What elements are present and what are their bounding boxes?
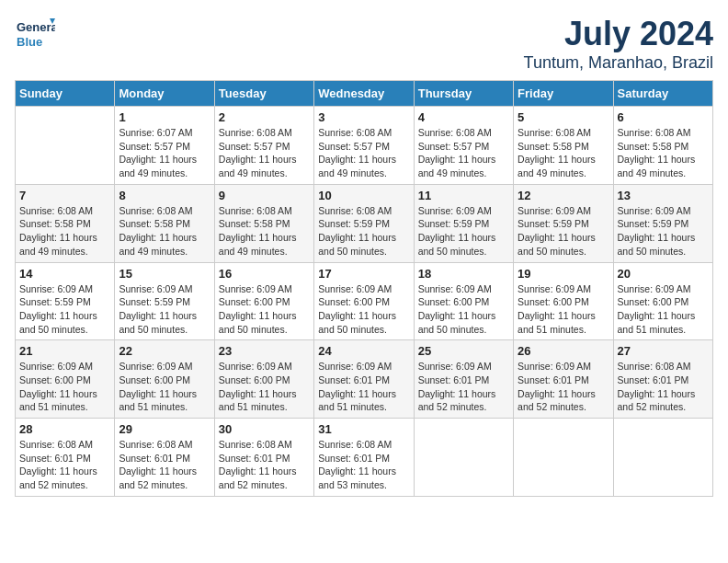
calendar-day-cell: 9Sunrise: 6:08 AM Sunset: 5:58 PM Daylig… <box>214 184 313 262</box>
day-number: 14 <box>19 267 110 281</box>
calendar-day-header: Friday <box>514 81 613 107</box>
day-number: 18 <box>418 267 509 281</box>
day-number: 25 <box>418 344 509 358</box>
calendar-day-cell: 11Sunrise: 6:09 AM Sunset: 5:59 PM Dayli… <box>414 184 513 262</box>
day-number: 29 <box>119 422 210 436</box>
day-info: Sunrise: 6:09 AM Sunset: 6:00 PM Dayligh… <box>318 282 409 337</box>
day-number: 11 <box>418 189 509 202</box>
day-info: Sunrise: 6:08 AM Sunset: 6:01 PM Dayligh… <box>618 360 709 414</box>
day-info: Sunrise: 6:08 AM Sunset: 5:58 PM Dayligh… <box>618 126 709 180</box>
day-number: 26 <box>518 344 609 358</box>
day-info: Sunrise: 6:09 AM Sunset: 5:59 PM Dayligh… <box>618 204 709 259</box>
calendar-day-cell: 22Sunrise: 6:09 AM Sunset: 6:00 PM Dayli… <box>115 340 214 419</box>
calendar-day-cell: 4Sunrise: 6:08 AM Sunset: 5:57 PM Daylig… <box>414 107 513 185</box>
calendar-day-cell: 29Sunrise: 6:08 AM Sunset: 6:01 PM Dayli… <box>115 419 214 497</box>
calendar-table: SundayMondayTuesdayWednesdayThursdayFrid… <box>15 80 713 497</box>
calendar-day-cell: 6Sunrise: 6:08 AM Sunset: 5:58 PM Daylig… <box>613 107 712 185</box>
calendar-day-header: Tuesday <box>214 81 313 107</box>
day-info: Sunrise: 6:09 AM Sunset: 6:00 PM Dayligh… <box>418 282 509 337</box>
calendar-day-header: Saturday <box>613 81 712 107</box>
calendar-day-header: Wednesday <box>314 81 414 107</box>
day-number: 20 <box>618 267 709 281</box>
day-info: Sunrise: 6:09 AM Sunset: 5:59 PM Dayligh… <box>19 282 110 337</box>
calendar-week-row: 28Sunrise: 6:08 AM Sunset: 6:01 PM Dayli… <box>16 419 713 497</box>
day-number: 28 <box>19 422 110 436</box>
calendar-day-cell: 14Sunrise: 6:09 AM Sunset: 5:59 PM Dayli… <box>16 262 115 340</box>
svg-text:General: General <box>17 20 55 34</box>
day-info: Sunrise: 6:09 AM Sunset: 6:00 PM Dayligh… <box>19 360 110 414</box>
day-info: Sunrise: 6:08 AM Sunset: 5:57 PM Dayligh… <box>418 126 509 180</box>
day-info: Sunrise: 6:08 AM Sunset: 5:58 PM Dayligh… <box>518 126 609 180</box>
calendar-week-row: 7Sunrise: 6:08 AM Sunset: 5:58 PM Daylig… <box>16 184 713 262</box>
day-number: 9 <box>219 189 310 202</box>
calendar-day-cell: 25Sunrise: 6:09 AM Sunset: 6:01 PM Dayli… <box>414 340 513 419</box>
day-number: 23 <box>219 344 310 358</box>
day-info: Sunrise: 6:08 AM Sunset: 5:58 PM Dayligh… <box>219 204 310 259</box>
logo-svg: General Blue <box>15 15 55 55</box>
day-info: Sunrise: 6:08 AM Sunset: 6:01 PM Dayligh… <box>318 438 409 492</box>
day-number: 13 <box>618 189 709 202</box>
day-number: 1 <box>119 110 210 124</box>
page-subtitle: Tuntum, Maranhao, Brazil <box>524 53 713 73</box>
calendar-header-row: SundayMondayTuesdayWednesdayThursdayFrid… <box>16 81 713 107</box>
calendar-day-cell <box>414 419 513 497</box>
calendar-day-cell: 12Sunrise: 6:09 AM Sunset: 5:59 PM Dayli… <box>514 184 613 262</box>
calendar-day-cell: 26Sunrise: 6:09 AM Sunset: 6:01 PM Dayli… <box>514 340 613 419</box>
day-info: Sunrise: 6:08 AM Sunset: 6:01 PM Dayligh… <box>19 438 110 492</box>
title-block: July 2024 Tuntum, Maranhao, Brazil <box>524 15 713 73</box>
day-number: 4 <box>418 110 509 124</box>
calendar-day-cell: 19Sunrise: 6:09 AM Sunset: 6:00 PM Dayli… <box>514 262 613 340</box>
calendar-week-row: 1Sunrise: 6:07 AM Sunset: 5:57 PM Daylig… <box>16 107 713 185</box>
calendar-day-cell <box>514 419 613 497</box>
day-info: Sunrise: 6:09 AM Sunset: 6:00 PM Dayligh… <box>618 282 709 337</box>
day-info: Sunrise: 6:08 AM Sunset: 5:59 PM Dayligh… <box>318 204 409 259</box>
page-header: General Blue July 2024 Tuntum, Maranhao,… <box>15 15 713 73</box>
day-info: Sunrise: 6:07 AM Sunset: 5:57 PM Dayligh… <box>119 126 210 180</box>
day-number: 19 <box>518 267 609 281</box>
day-info: Sunrise: 6:09 AM Sunset: 6:01 PM Dayligh… <box>418 360 509 414</box>
day-number: 2 <box>219 110 310 124</box>
day-info: Sunrise: 6:09 AM Sunset: 6:01 PM Dayligh… <box>318 360 409 414</box>
day-info: Sunrise: 6:09 AM Sunset: 5:59 PM Dayligh… <box>518 204 609 259</box>
calendar-day-cell: 15Sunrise: 6:09 AM Sunset: 5:59 PM Dayli… <box>115 262 214 340</box>
calendar-day-cell: 28Sunrise: 6:08 AM Sunset: 6:01 PM Dayli… <box>16 419 115 497</box>
day-info: Sunrise: 6:08 AM Sunset: 5:57 PM Dayligh… <box>219 126 310 180</box>
logo: General Blue <box>15 15 55 55</box>
day-number: 17 <box>318 267 409 281</box>
calendar-day-cell: 31Sunrise: 6:08 AM Sunset: 6:01 PM Dayli… <box>314 419 414 497</box>
calendar-day-cell: 20Sunrise: 6:09 AM Sunset: 6:00 PM Dayli… <box>613 262 712 340</box>
calendar-day-cell: 18Sunrise: 6:09 AM Sunset: 6:00 PM Dayli… <box>414 262 513 340</box>
day-number: 24 <box>318 344 409 358</box>
day-info: Sunrise: 6:09 AM Sunset: 6:00 PM Dayligh… <box>219 282 310 337</box>
calendar-day-cell <box>16 107 115 185</box>
calendar-day-cell: 27Sunrise: 6:08 AM Sunset: 6:01 PM Dayli… <box>613 340 712 419</box>
day-info: Sunrise: 6:09 AM Sunset: 6:01 PM Dayligh… <box>518 360 609 414</box>
calendar-day-cell: 8Sunrise: 6:08 AM Sunset: 5:58 PM Daylig… <box>115 184 214 262</box>
calendar-day-cell: 7Sunrise: 6:08 AM Sunset: 5:58 PM Daylig… <box>16 184 115 262</box>
day-number: 5 <box>518 110 609 124</box>
calendar-day-cell: 17Sunrise: 6:09 AM Sunset: 6:00 PM Dayli… <box>314 262 414 340</box>
day-number: 8 <box>119 189 210 202</box>
day-info: Sunrise: 6:08 AM Sunset: 6:01 PM Dayligh… <box>219 438 310 492</box>
day-number: 15 <box>119 267 210 281</box>
calendar-day-cell: 13Sunrise: 6:09 AM Sunset: 5:59 PM Dayli… <box>613 184 712 262</box>
day-number: 7 <box>19 189 110 202</box>
calendar-day-header: Monday <box>115 81 214 107</box>
day-number: 10 <box>318 189 409 202</box>
calendar-day-cell: 1Sunrise: 6:07 AM Sunset: 5:57 PM Daylig… <box>115 107 214 185</box>
day-info: Sunrise: 6:09 AM Sunset: 6:00 PM Dayligh… <box>518 282 609 337</box>
day-number: 31 <box>318 422 409 436</box>
day-info: Sunrise: 6:09 AM Sunset: 6:00 PM Dayligh… <box>119 360 210 414</box>
day-number: 30 <box>219 422 310 436</box>
calendar-day-header: Sunday <box>16 81 115 107</box>
day-number: 22 <box>119 344 210 358</box>
calendar-day-cell: 23Sunrise: 6:09 AM Sunset: 6:00 PM Dayli… <box>214 340 313 419</box>
day-number: 16 <box>219 267 310 281</box>
calendar-day-cell: 21Sunrise: 6:09 AM Sunset: 6:00 PM Dayli… <box>16 340 115 419</box>
svg-text:Blue: Blue <box>17 35 42 49</box>
calendar-day-header: Thursday <box>414 81 513 107</box>
day-info: Sunrise: 6:09 AM Sunset: 5:59 PM Dayligh… <box>418 204 509 259</box>
day-info: Sunrise: 6:09 AM Sunset: 5:59 PM Dayligh… <box>119 282 210 337</box>
day-number: 27 <box>618 344 709 358</box>
day-info: Sunrise: 6:08 AM Sunset: 6:01 PM Dayligh… <box>119 438 210 492</box>
